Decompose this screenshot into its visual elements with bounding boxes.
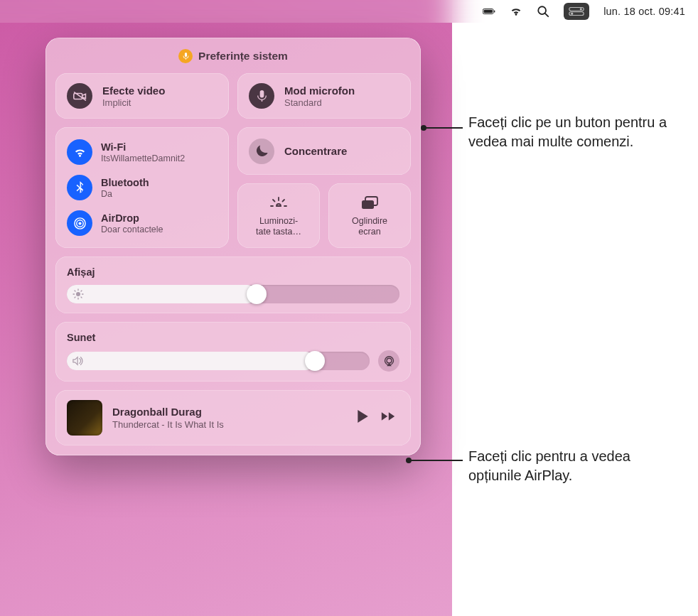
svg-line-19	[75, 291, 75, 291]
microphone-icon	[249, 83, 274, 109]
video-effects-subtitle: Implicit	[102, 97, 165, 108]
wifi-icon[interactable]	[510, 5, 522, 18]
display-tile: Afișaj	[55, 256, 411, 313]
airplay-audio-button[interactable]	[378, 350, 399, 372]
sound-slider[interactable]	[67, 352, 370, 370]
svg-point-6	[580, 8, 582, 10]
video-off-icon	[67, 83, 92, 109]
svg-point-14	[76, 292, 80, 296]
wifi-icon	[67, 139, 92, 165]
connectivity-tile: Wi-Fi ItsWillametteDamnit2 Bluetooth Da	[55, 127, 229, 248]
menubar: lun. 18 oct. 09:41	[0, 0, 698, 23]
wifi-title: Wi-Fi	[101, 141, 185, 153]
keyboard-brightness-label: Luminozi- tate tasta…	[256, 216, 301, 237]
mic-mode-title: Mod microfon	[284, 85, 355, 97]
svg-rect-2	[494, 10, 495, 12]
svg-point-9	[78, 222, 81, 225]
battery-icon[interactable]	[483, 5, 495, 18]
screen-mirroring-tile[interactable]: Oglindire ecran	[328, 183, 411, 248]
artist-album: Thundercat - It Is What It Is	[112, 419, 345, 430]
moon-icon	[249, 139, 274, 164]
screen-mirroring-icon	[361, 195, 378, 212]
bluetooth-subtitle: Da	[101, 189, 149, 199]
wifi-subtitle: ItsWillametteDamnit2	[101, 153, 185, 163]
cc-header: Preferințe sistem	[55, 49, 411, 63]
video-effects-tile[interactable]: Efecte video Implicit	[55, 73, 229, 119]
svg-line-20	[81, 297, 82, 298]
svg-point-24	[387, 358, 392, 363]
mic-indicator-icon	[178, 49, 193, 63]
control-center-panel: Preferințe sistem Efecte video Implicit …	[45, 38, 421, 455]
svg-rect-1	[484, 10, 493, 13]
callout-line	[411, 460, 463, 461]
svg-line-4	[545, 13, 548, 16]
focus-tile[interactable]: Concentrare	[237, 127, 411, 175]
keyboard-brightness-icon	[270, 195, 287, 212]
track-title: Dragonball Durag	[112, 406, 345, 418]
cc-header-title: Preferințe sistem	[198, 50, 288, 63]
callout-line	[426, 127, 463, 129]
focus-title: Concentrare	[284, 145, 347, 157]
next-button[interactable]	[381, 409, 395, 426]
keyboard-brightness-tile[interactable]: Luminozi- tate tasta…	[237, 183, 320, 248]
wifi-item[interactable]: Wi-Fi ItsWillametteDamnit2	[65, 134, 219, 170]
bluetooth-icon	[67, 175, 92, 200]
spotlight-icon[interactable]	[537, 5, 549, 18]
svg-line-21	[81, 291, 82, 291]
album-art	[67, 400, 102, 436]
airdrop-item[interactable]: AirDrop Doar contactele	[65, 205, 219, 241]
display-slider[interactable]	[67, 285, 399, 303]
bluetooth-item[interactable]: Bluetooth Da	[65, 170, 219, 205]
airdrop-subtitle: Doar contactele	[101, 225, 163, 234]
speaker-icon	[73, 355, 84, 367]
svg-line-22	[75, 297, 75, 298]
mic-mode-tile[interactable]: Mod microfon Standard	[237, 73, 411, 119]
svg-point-8	[571, 13, 573, 15]
airdrop-icon	[67, 210, 92, 236]
callout-more-controls: Faceți clic pe un buton pentru a vedea m…	[468, 113, 682, 151]
screen-mirroring-label: Oglindire ecran	[352, 216, 387, 237]
bluetooth-title: Bluetooth	[101, 177, 149, 188]
clock[interactable]: lun. 18 oct. 09:41	[603, 6, 685, 17]
control-center-icon[interactable]	[564, 3, 589, 20]
sun-icon	[73, 288, 84, 300]
sound-tile: Sunet	[55, 322, 411, 382]
play-button[interactable]	[355, 409, 370, 426]
svg-rect-13	[362, 200, 374, 209]
sound-title: Sunet	[67, 332, 399, 343]
mic-mode-subtitle: Standard	[284, 97, 355, 108]
video-effects-title: Efecte video	[102, 85, 165, 97]
airdrop-title: AirDrop	[101, 212, 163, 224]
callout-airplay: Faceți clic pentru a vedea opțiunile Air…	[468, 447, 682, 485]
now-playing-tile[interactable]: Dragonball Durag Thundercat - It Is What…	[55, 390, 411, 445]
display-title: Afișaj	[67, 266, 399, 278]
